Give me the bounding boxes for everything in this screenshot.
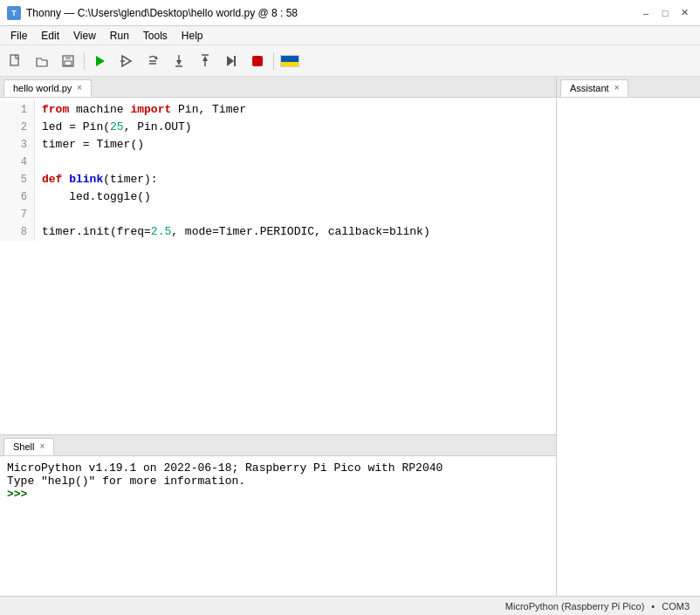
- menu-bar: File Edit View Run Tools Help: [0, 26, 700, 45]
- menu-tools[interactable]: Tools: [136, 28, 175, 44]
- svg-rect-18: [252, 56, 263, 66]
- svg-rect-0: [10, 55, 18, 65]
- step-out-button[interactable]: [193, 49, 217, 73]
- shell-tab-label: Shell: [13, 441, 34, 452]
- file-path: C:\Users\glend\Desktop\hello world.py: [78, 7, 255, 19]
- svg-marker-14: [202, 56, 208, 61]
- status-port: COM3: [662, 601, 690, 612]
- shell-prompt-line: >>>: [7, 488, 549, 501]
- code-line-8: 8 timer.init(freq=2.5, mode=Timer.PERIOD…: [0, 223, 556, 241]
- assistant-tab-bar: Assistant ×: [557, 77, 700, 98]
- shell-prompt: >>>: [7, 488, 27, 501]
- editor-tab-close[interactable]: ×: [77, 84, 82, 92]
- shell-tab[interactable]: Shell ×: [3, 438, 54, 455]
- maximize-button[interactable]: □: [656, 4, 674, 22]
- step-into-button[interactable]: [167, 49, 191, 73]
- step-over-button[interactable]: [141, 49, 165, 73]
- minimize-button[interactable]: –: [637, 4, 655, 22]
- separator-1: [84, 52, 85, 70]
- toolbar: [0, 45, 700, 77]
- shell-tab-close[interactable]: ×: [39, 442, 45, 451]
- status-interpreter: MicroPython (Raspberry Pi Pico): [505, 601, 645, 612]
- assistant-panel: Assistant ×: [556, 77, 700, 596]
- title-dash: —: [64, 7, 77, 19]
- code-line-6: 6 led.toggle(): [0, 188, 556, 206]
- code-editor[interactable]: 1 from machine import Pin, Timer 2 led =…: [0, 98, 556, 434]
- shell-line-2: Type "help()" for more information.: [7, 475, 549, 488]
- assistant-tab[interactable]: Assistant ×: [560, 79, 628, 97]
- menu-help[interactable]: Help: [175, 28, 210, 44]
- debug-button[interactable]: [114, 49, 139, 73]
- app-icon: T: [7, 6, 21, 20]
- assistant-tab-close[interactable]: ×: [614, 84, 620, 92]
- open-file-button[interactable]: [30, 49, 54, 73]
- menu-file[interactable]: File: [3, 28, 34, 44]
- title-text: Thonny — C:\Users\glend\Desktop\hello wo…: [26, 7, 298, 19]
- status-separator: •: [651, 601, 655, 612]
- svg-marker-16: [227, 56, 234, 66]
- code-line-5: 5 def blink(timer):: [0, 171, 556, 188]
- assistant-content: [557, 98, 700, 596]
- new-file-button[interactable]: [3, 49, 28, 73]
- title-time: 8 : 58: [271, 7, 298, 19]
- main-content: hello world.py × 1 from machine import P…: [0, 77, 700, 596]
- title-controls: – □ ✕: [637, 4, 693, 22]
- menu-run[interactable]: Run: [103, 28, 136, 44]
- code-line-1: 1 from machine import Pin, Timer: [0, 101, 556, 119]
- resume-button[interactable]: [219, 49, 244, 73]
- code-line-4: 4: [0, 154, 556, 171]
- svg-rect-2: [65, 56, 71, 59]
- stop-button[interactable]: [245, 49, 270, 73]
- shell-line-1: MicroPython v1.19.1 on 2022-06-18; Raspb…: [7, 461, 549, 475]
- run-button[interactable]: [88, 49, 113, 73]
- title-left: T Thonny — C:\Users\glend\Desktop\hello …: [7, 6, 298, 20]
- editor-tab-bar: hello world.py ×: [0, 77, 556, 98]
- close-button[interactable]: ✕: [676, 4, 693, 22]
- save-file-button[interactable]: [56, 49, 80, 73]
- svg-rect-3: [65, 61, 72, 65]
- svg-marker-11: [176, 60, 182, 65]
- code-line-7: 7: [0, 206, 556, 223]
- shell-panel: Shell × MicroPython v1.19.1 on 2022-06-1…: [0, 434, 556, 596]
- shell-tab-bar: Shell ×: [0, 435, 556, 456]
- title-at: @: [258, 7, 272, 19]
- separator-2: [273, 52, 274, 70]
- code-line-3: 3 timer = Timer(): [0, 136, 556, 154]
- shell-content[interactable]: MicroPython v1.19.1 on 2022-06-18; Raspb…: [0, 456, 556, 596]
- code-line-2: 2 led = Pin(25, Pin.OUT): [0, 119, 556, 136]
- editor-tab-label: hello world.py: [13, 83, 72, 93]
- app-name: Thonny: [26, 7, 61, 19]
- editor-tab[interactable]: hello world.py ×: [3, 79, 92, 97]
- svg-marker-4: [96, 56, 105, 66]
- status-bar: MicroPython (Raspberry Pi Pico) • COM3: [0, 596, 700, 615]
- menu-edit[interactable]: Edit: [34, 28, 66, 44]
- title-bar: T Thonny — C:\Users\glend\Desktop\hello …: [0, 0, 700, 26]
- editor-shell-area: hello world.py × 1 from machine import P…: [0, 77, 556, 596]
- menu-view[interactable]: View: [66, 28, 103, 44]
- assistant-tab-label: Assistant: [570, 83, 609, 93]
- ukraine-flag-button[interactable]: [278, 49, 302, 73]
